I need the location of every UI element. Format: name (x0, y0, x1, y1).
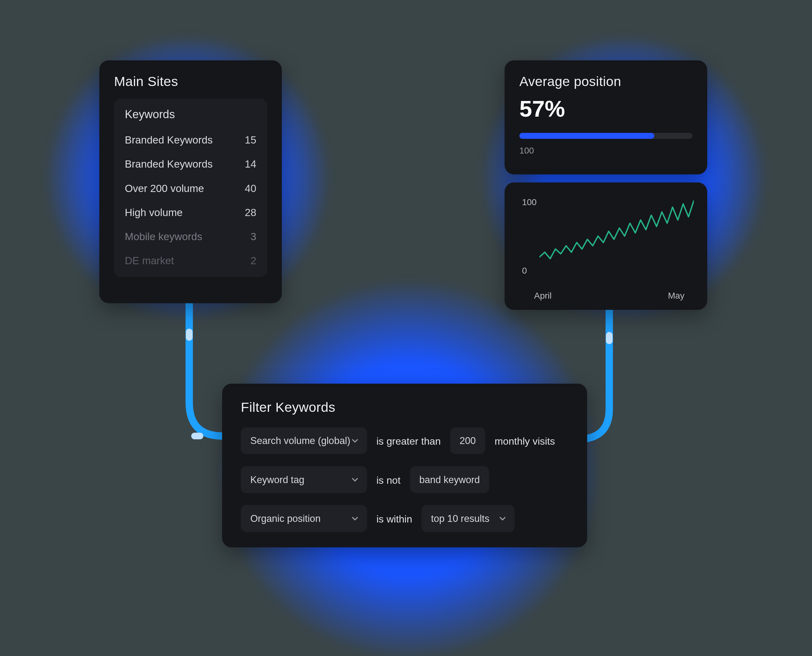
svg-rect-0 (186, 329, 192, 341)
keyword-row[interactable]: Branded Keywords 14 (125, 152, 256, 176)
chevron-down-icon (351, 437, 359, 445)
keyword-row[interactable]: Branded Keywords 15 (125, 128, 256, 152)
keyword-row[interactable]: DE market 2 (125, 249, 256, 273)
filter-field-label: Search volume (global) (250, 435, 350, 446)
keyword-count: 3 (251, 231, 256, 243)
filter-row: Keyword tag is not band keyword (241, 466, 568, 493)
keyword-row[interactable]: High volume 28 (125, 200, 256, 224)
chevron-down-icon (351, 476, 359, 484)
keyword-count: 2 (251, 255, 256, 267)
keyword-row[interactable]: Over 200 volume 40 (125, 176, 256, 200)
filter-row: Search volume (global) is greater than 2… (241, 427, 568, 454)
filter-field-select[interactable]: Organic position (241, 505, 367, 532)
keyword-count: 15 (245, 134, 256, 146)
keyword-count: 28 (245, 207, 256, 219)
keyword-label: Over 200 volume (125, 182, 204, 195)
keywords-panel: Keywords Branded Keywords 15 Branded Key… (114, 99, 267, 277)
chart-x-start: April (534, 291, 552, 300)
keyword-label: High volume (125, 207, 183, 219)
svg-rect-1 (191, 433, 203, 439)
filter-suffix: monthly visits (494, 435, 555, 446)
chart-x-end: May (668, 291, 684, 300)
average-position-title: Average position (519, 74, 692, 89)
filter-field-label: Organic position (250, 513, 321, 524)
average-position-card: Average position 57% 100 (505, 60, 707, 175)
keyword-label: Branded Keywords (125, 158, 213, 170)
keyword-label: DE market (125, 255, 174, 267)
filter-field-select[interactable]: Search volume (global) (241, 427, 367, 454)
chevron-down-icon (351, 514, 359, 523)
chart-y-max: 100 (522, 197, 537, 207)
progress-fill (519, 133, 654, 139)
average-position-value: 57% (519, 96, 692, 122)
progress-scale-label: 100 (519, 146, 692, 156)
keyword-count: 14 (245, 158, 256, 170)
main-sites-title: Main Sites (114, 74, 267, 89)
trend-chart-card: 100 0 April May (505, 182, 707, 310)
filter-value[interactable]: 200 (450, 427, 485, 454)
keyword-label: Branded Keywords (125, 134, 213, 146)
trend-chart (539, 196, 694, 276)
keywords-heading: Keywords (125, 108, 256, 121)
filter-operator: is greater than (376, 435, 441, 446)
filter-operator: is within (376, 513, 412, 524)
chart-y-min: 0 (522, 266, 527, 275)
filter-value-select[interactable]: top 10 results (421, 505, 515, 532)
filter-row: Organic position is within top 10 result… (241, 505, 568, 532)
keyword-row[interactable]: Mobile keywords 3 (125, 225, 256, 249)
filter-field-label: Keyword tag (250, 474, 304, 485)
filter-value[interactable]: band keyword (410, 466, 489, 493)
keyword-count: 40 (245, 182, 256, 195)
filter-operator: is not (376, 474, 400, 485)
chevron-down-icon (499, 514, 507, 523)
filter-title: Filter Keywords (241, 400, 568, 415)
progress-bar (519, 133, 692, 139)
filter-keywords-card: Filter Keywords Search volume (global) i… (222, 384, 587, 547)
keyword-label: Mobile keywords (125, 231, 202, 243)
filter-field-select[interactable]: Keyword tag (241, 466, 367, 493)
svg-rect-2 (606, 332, 612, 344)
main-sites-card: Main Sites Keywords Branded Keywords 15 … (99, 60, 282, 303)
